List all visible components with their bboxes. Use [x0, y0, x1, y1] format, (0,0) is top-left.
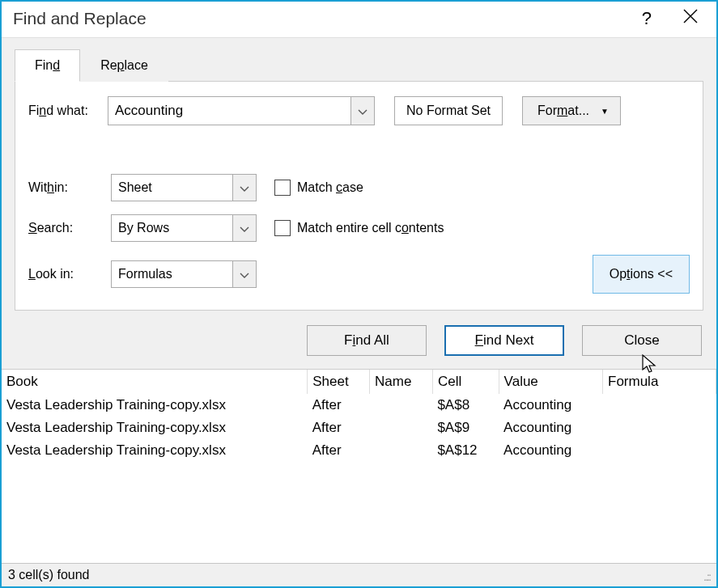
- status-bar: 3 cell(s) found .........: [2, 563, 716, 586]
- cell-cell: $A$12: [432, 439, 499, 462]
- within-label: Within:: [28, 180, 100, 195]
- format-button[interactable]: Format... ▼: [522, 96, 621, 125]
- match-case-label: Match case: [297, 180, 363, 195]
- find-panel: Find what: No Format Set Format... ▼ Wit…: [15, 81, 703, 311]
- cell-name: [369, 394, 432, 417]
- cell-cell: $A$9: [432, 417, 499, 439]
- help-icon[interactable]: ?: [642, 8, 652, 29]
- tabs: Find Replace: [15, 49, 703, 82]
- cell-book: Vesta Leadership Training-copy.xlsx: [2, 394, 308, 417]
- match-case-checkbox[interactable]: [274, 180, 291, 196]
- cell-book: Vesta Leadership Training-copy.xlsx: [2, 417, 308, 439]
- cell-formula: [603, 394, 716, 417]
- cell-book: Vesta Leadership Training-copy.xlsx: [2, 439, 308, 462]
- close-button[interactable]: Close: [582, 325, 702, 356]
- find-what-label: Find what:: [28, 104, 100, 118]
- options-button[interactable]: Options <<: [593, 255, 690, 294]
- find-what-input[interactable]: [108, 96, 351, 125]
- find-next-button[interactable]: Find Next: [444, 325, 564, 356]
- col-formula[interactable]: Formula: [603, 370, 716, 394]
- cell-value: Accounting: [499, 417, 602, 439]
- title-bar: Find and Replace ?: [2, 2, 716, 37]
- dialog-title: Find and Replace: [13, 9, 642, 28]
- cell-sheet: After: [308, 417, 370, 439]
- col-value[interactable]: Value: [499, 370, 602, 394]
- close-icon[interactable]: [682, 8, 699, 29]
- look-in-label: Look in:: [28, 267, 100, 281]
- search-select[interactable]: [232, 214, 257, 242]
- table-row[interactable]: Vesta Leadership Training-copy.xlsxAfter…: [2, 439, 716, 462]
- caret-down-icon: ▼: [601, 107, 609, 116]
- cell-formula: [603, 417, 716, 439]
- within-select[interactable]: [232, 174, 257, 201]
- chevron-down-icon: [240, 222, 249, 235]
- cell-value: Accounting: [499, 439, 602, 462]
- results-header-row: Book Sheet Name Cell Value Formula: [2, 370, 716, 394]
- format-status: No Format Set: [394, 96, 503, 125]
- within-select-value: Sheet: [111, 174, 232, 201]
- match-cell-label: Match entire cell contents: [297, 221, 444, 235]
- col-name[interactable]: Name: [369, 370, 432, 394]
- col-book[interactable]: Book: [2, 370, 308, 394]
- table-row[interactable]: Vesta Leadership Training-copy.xlsxAfter…: [2, 417, 716, 439]
- chevron-down-icon: [240, 181, 249, 195]
- search-select-value: By Rows: [111, 214, 232, 242]
- cell-value: Accounting: [499, 394, 602, 417]
- cell-formula: [603, 439, 716, 462]
- tab-find[interactable]: Find: [15, 49, 80, 82]
- look-in-select-value: Formulas: [111, 260, 232, 288]
- chevron-down-icon: [240, 268, 249, 281]
- match-cell-checkbox[interactable]: [274, 220, 291, 236]
- find-all-button[interactable]: Find All: [307, 325, 427, 356]
- results-table: Book Sheet Name Cell Value Formula Vesta…: [2, 370, 716, 462]
- cell-sheet: After: [308, 394, 370, 417]
- cell-name: [369, 439, 432, 462]
- search-label: Search:: [28, 221, 100, 235]
- cell-sheet: After: [308, 439, 370, 462]
- col-sheet[interactable]: Sheet: [308, 370, 370, 394]
- results-pane[interactable]: Book Sheet Name Cell Value Formula Vesta…: [2, 369, 716, 563]
- status-text: 3 cell(s) found: [8, 568, 90, 582]
- resize-grip-icon[interactable]: .........: [703, 570, 710, 580]
- col-cell[interactable]: Cell: [432, 370, 499, 394]
- look-in-select[interactable]: [232, 260, 257, 288]
- cell-name: [369, 417, 432, 439]
- tab-replace[interactable]: Replace: [80, 49, 168, 82]
- chevron-down-icon: [358, 104, 367, 118]
- find-what-dropdown[interactable]: [351, 96, 375, 125]
- table-row[interactable]: Vesta Leadership Training-copy.xlsxAfter…: [2, 394, 716, 417]
- cell-cell: $A$8: [432, 394, 499, 417]
